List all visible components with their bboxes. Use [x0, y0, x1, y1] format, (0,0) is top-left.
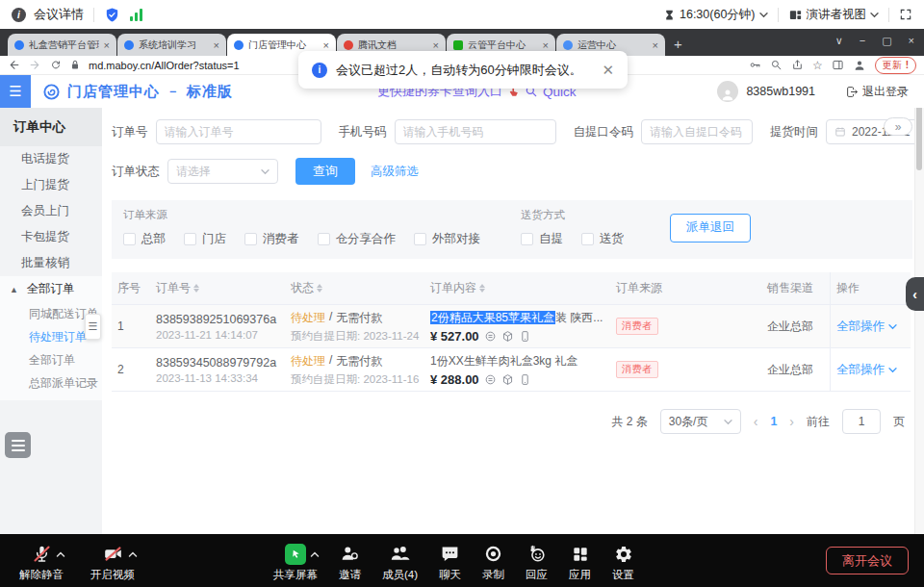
all-actions-dropdown[interactable]: 全部操作 — [836, 319, 905, 335]
fullscreen-icon[interactable] — [899, 8, 912, 21]
header-order-no[interactable]: 订单号 — [150, 272, 285, 304]
timer-dropdown-caret[interactable] — [759, 12, 768, 18]
profile-avatar-icon[interactable] — [853, 59, 866, 72]
sidebar-group-all-orders[interactable]: ▲ 全部订单 — [0, 276, 102, 302]
tab-close-icon[interactable]: × — [214, 39, 219, 51]
sidebar-item-member-visit[interactable]: 会员上门 — [0, 198, 102, 224]
floating-menu-button[interactable] — [5, 432, 31, 458]
page-size-select[interactable]: 30条/页 — [660, 409, 741, 434]
new-tab-button[interactable]: + — [674, 36, 682, 52]
lock-icon[interactable] — [70, 60, 80, 70]
start-video-button[interactable]: 开启视频 — [90, 542, 135, 582]
password-key-icon[interactable] — [749, 59, 761, 71]
view-mode-caret[interactable] — [870, 12, 879, 18]
phone-input[interactable] — [395, 119, 556, 144]
back-icon[interactable] — [8, 59, 20, 71]
sidebar-item-door-pickup[interactable]: 上门提货 — [0, 172, 102, 198]
mic-options-caret[interactable] — [56, 550, 65, 558]
side-panel-icon[interactable] — [832, 59, 844, 71]
meeting-info-icon[interactable]: i — [12, 8, 26, 22]
unmute-button[interactable]: 解除静音 — [19, 542, 64, 582]
reactions-button[interactable]: 回应 — [526, 542, 548, 582]
share-screen-button[interactable]: 共享屏幕 — [273, 542, 318, 582]
window-close-button[interactable]: × — [909, 35, 914, 47]
menu-hamburger-button[interactable]: ☰ — [0, 75, 31, 108]
order-note-icon[interactable] — [484, 373, 497, 386]
network-signal-icon[interactable] — [130, 9, 142, 21]
tab-close-icon[interactable]: × — [653, 39, 658, 51]
window-maximize-button[interactable]: ▢ — [882, 35, 891, 47]
chat-button[interactable]: 聊天 — [439, 542, 461, 582]
header-content[interactable]: 订单内容 — [424, 272, 610, 304]
browser-tab-2[interactable]: 系统培训学习 × — [117, 34, 226, 56]
mobile-icon[interactable] — [519, 373, 531, 386]
sort-icon[interactable] — [317, 284, 322, 293]
tab-close-icon[interactable]: × — [433, 39, 439, 51]
checkbox-icon[interactable] — [521, 233, 533, 245]
checkbox-icon[interactable] — [123, 233, 136, 245]
invite-button[interactable]: 邀请 — [339, 542, 361, 582]
tab-close-icon[interactable]: × — [543, 39, 549, 51]
zoom-icon[interactable] — [770, 59, 783, 71]
search-button[interactable]: 查询 — [295, 158, 355, 185]
order-no-input[interactable] — [156, 119, 321, 144]
tab-close-icon[interactable]: × — [104, 39, 110, 51]
sidebar-item-phone-pickup[interactable]: 电话提货 — [0, 146, 102, 172]
banner-close-icon[interactable]: ✕ — [602, 62, 614, 79]
meeting-details-label[interactable]: 会议详情 — [34, 6, 84, 23]
advanced-filter-link[interactable]: 高级筛选 — [371, 164, 419, 180]
security-shield-icon[interactable] — [104, 7, 120, 23]
dispatch-return-button[interactable]: 派单退回 — [670, 214, 751, 242]
checkbox-icon[interactable] — [244, 233, 257, 245]
window-minimize-button[interactable]: − — [860, 35, 865, 47]
sidebar-sub-all-orders[interactable]: 全部订单 — [0, 348, 102, 371]
members-button[interactable]: 成员(4) — [382, 542, 418, 582]
current-page[interactable]: 1 — [770, 415, 777, 428]
mobile-icon[interactable] — [519, 330, 531, 343]
right-panel-handle[interactable]: ‹ — [906, 277, 924, 311]
checkbox-external[interactable]: 外部对接 — [414, 231, 480, 247]
all-actions-dropdown[interactable]: 全部操作 — [836, 362, 905, 378]
checkbox-consumer[interactable]: 消费者 — [244, 231, 299, 247]
next-page-button[interactable]: › — [789, 414, 794, 429]
checkbox-icon[interactable] — [184, 233, 196, 245]
reload-icon[interactable] — [50, 60, 62, 71]
goto-page-input[interactable] — [842, 409, 881, 434]
browser-tab-1[interactable]: 礼盒营销平台管理中心 × — [8, 34, 116, 56]
user-avatar[interactable] — [717, 81, 738, 102]
window-restore-caret[interactable]: ∨ — [835, 35, 843, 47]
order-status-select[interactable]: 请选择 — [167, 159, 278, 184]
checkbox-icon[interactable] — [414, 233, 426, 245]
share-page-icon[interactable] — [791, 59, 804, 71]
apps-button[interactable]: 应用 — [569, 542, 591, 582]
view-mode-label[interactable]: 演讲者视图 — [807, 7, 867, 23]
tab-close-icon[interactable]: × — [323, 39, 329, 51]
prev-page-button[interactable]: ‹ — [754, 414, 758, 429]
checkbox-store[interactable]: 门店 — [184, 231, 226, 247]
share-options-caret[interactable] — [310, 550, 320, 558]
video-options-caret[interactable] — [128, 550, 138, 558]
checkbox-self-pickup[interactable]: 自提 — [521, 231, 563, 247]
url-text[interactable]: md.maboy.cn/AllOrder?status=1 — [89, 60, 240, 71]
sort-icon[interactable] — [193, 284, 199, 293]
checkbox-delivery[interactable]: 送货 — [581, 231, 624, 247]
sidebar-item-batch-verify[interactable]: 批量核销 — [0, 250, 102, 276]
sidebar-sub-hq-dispatch-log[interactable]: 总部派单记录 — [0, 371, 102, 395]
sidebar-item-card-pickup[interactable]: 卡包提货 — [0, 224, 102, 250]
checkbox-icon[interactable] — [318, 233, 330, 245]
order-note-icon[interactable] — [484, 330, 497, 343]
checkbox-icon[interactable] — [581, 233, 594, 245]
bookmark-star-icon[interactable]: ☆ — [812, 60, 823, 71]
sidebar-toggle-handle[interactable]: ☰ — [85, 314, 101, 340]
checkbox-warehouse-share[interactable]: 仓分享合作 — [318, 231, 397, 247]
forward-icon[interactable] — [29, 59, 41, 71]
checkbox-hq[interactable]: 总部 — [123, 231, 166, 247]
filter-collapse-pill[interactable]: » — [884, 117, 912, 136]
pickup-code-input[interactable] — [641, 119, 753, 144]
sort-icon[interactable] — [479, 284, 485, 293]
logout-button[interactable]: 退出登录 — [846, 84, 909, 100]
header-status[interactable]: 状态 — [285, 272, 424, 304]
package-icon[interactable] — [501, 330, 514, 343]
leave-meeting-button[interactable]: 离开会议 — [826, 547, 909, 574]
browser-update-button[interactable]: 更新 ! — [875, 57, 916, 74]
